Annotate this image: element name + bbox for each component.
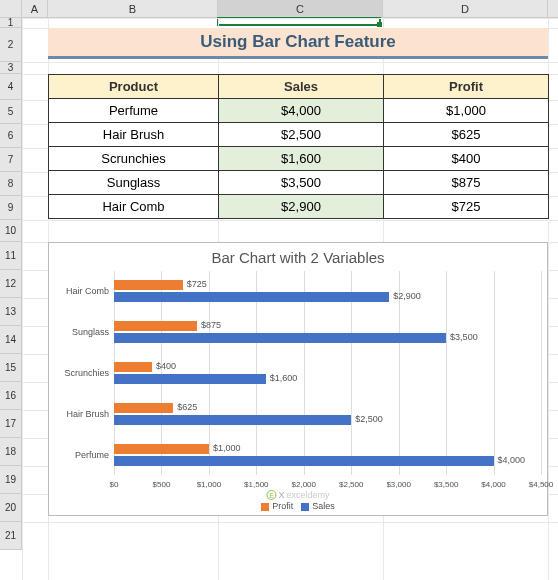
title-text: Using Bar Chart Feature bbox=[200, 32, 396, 52]
bar-label-sales: $1,600 bbox=[270, 373, 298, 383]
watermark-text: exceldemy bbox=[286, 490, 329, 500]
row-header-4[interactable]: 4 bbox=[0, 74, 22, 100]
table-row[interactable]: Hair Brush$2,500$625 bbox=[49, 123, 549, 147]
spreadsheet-grid[interactable]: ABCD 123456789101112131415161718192021 U… bbox=[0, 0, 558, 580]
bar-label-profit: $1,000 bbox=[213, 443, 241, 453]
row-header-7[interactable]: 7 bbox=[0, 148, 22, 172]
table-header-row: Product Sales Profit bbox=[49, 75, 549, 99]
bar-sales[interactable] bbox=[114, 333, 446, 343]
row-header-9[interactable]: 9 bbox=[0, 196, 22, 220]
bar-sales[interactable] bbox=[114, 292, 389, 302]
row-header-17[interactable]: 17 bbox=[0, 410, 22, 438]
cell-profit[interactable]: $725 bbox=[384, 195, 549, 219]
row-header-21[interactable]: 21 bbox=[0, 522, 22, 550]
row-header-6[interactable]: 6 bbox=[0, 124, 22, 148]
watermark: E X exceldemy bbox=[266, 490, 329, 500]
legend-item[interactable]: Sales bbox=[301, 501, 335, 511]
watermark-prefix: X bbox=[278, 490, 284, 500]
category-label: Perfume bbox=[57, 450, 109, 460]
cell-product[interactable]: Hair Brush bbox=[49, 123, 219, 147]
header-profit[interactable]: Profit bbox=[384, 75, 549, 99]
col-header-D[interactable]: D bbox=[383, 0, 548, 17]
cell-profit[interactable]: $1,000 bbox=[384, 99, 549, 123]
cell-product[interactable]: Scrunchies bbox=[49, 147, 219, 171]
watermark-icon: E bbox=[266, 490, 276, 500]
table-row[interactable]: Sunglass$3,500$875 bbox=[49, 171, 549, 195]
chart-legend: ProfitSales bbox=[49, 501, 547, 511]
bar-label-sales: $4,000 bbox=[498, 455, 526, 465]
cell-product[interactable]: Sunglass bbox=[49, 171, 219, 195]
header-sales[interactable]: Sales bbox=[219, 75, 384, 99]
cell-product[interactable]: Hair Comb bbox=[49, 195, 219, 219]
row-header-1[interactable]: 1 bbox=[0, 18, 22, 28]
col-header-A[interactable]: A bbox=[22, 0, 48, 17]
row-header-20[interactable]: 20 bbox=[0, 494, 22, 522]
row-header-16[interactable]: 16 bbox=[0, 382, 22, 410]
cells-area[interactable]: Using Bar Chart Feature Product Sales Pr… bbox=[22, 18, 558, 580]
row-header-8[interactable]: 8 bbox=[0, 172, 22, 196]
x-tick: $1,500 bbox=[244, 480, 268, 489]
row-header-15[interactable]: 15 bbox=[0, 354, 22, 382]
data-table[interactable]: Product Sales Profit Perfume$4,000$1,000… bbox=[48, 74, 549, 219]
bar-label-sales: $3,500 bbox=[450, 332, 478, 342]
category-label: Hair Comb bbox=[57, 286, 109, 296]
cell-profit[interactable]: $400 bbox=[384, 147, 549, 171]
bar-profit[interactable] bbox=[114, 444, 209, 454]
bar-chart[interactable]: Bar Chart with 2 Variables $725$2,900$87… bbox=[48, 242, 548, 516]
x-tick: $500 bbox=[153, 480, 171, 489]
x-tick: $2,500 bbox=[339, 480, 363, 489]
row-header-10[interactable]: 10 bbox=[0, 220, 22, 242]
chart-plot-area: $725$2,900$875$3,500$400$1,600$625$2,500… bbox=[114, 271, 539, 475]
bar-profit[interactable] bbox=[114, 362, 152, 372]
header-product[interactable]: Product bbox=[49, 75, 219, 99]
select-all-corner[interactable] bbox=[0, 0, 22, 17]
category-label: Scrunchies bbox=[57, 368, 109, 378]
bar-profit[interactable] bbox=[114, 403, 173, 413]
cell-sales[interactable]: $2,900 bbox=[219, 195, 384, 219]
row-header-14[interactable]: 14 bbox=[0, 326, 22, 354]
bar-label-profit: $400 bbox=[156, 361, 176, 371]
category-label: Sunglass bbox=[57, 327, 109, 337]
row-header-3[interactable]: 3 bbox=[0, 62, 22, 74]
legend-item[interactable]: Profit bbox=[261, 501, 293, 511]
x-tick: $0 bbox=[110, 480, 119, 489]
bar-label-profit: $725 bbox=[187, 279, 207, 289]
bar-profit[interactable] bbox=[114, 280, 183, 290]
bar-sales[interactable] bbox=[114, 456, 494, 466]
chart-title: Bar Chart with 2 Variables bbox=[49, 249, 547, 266]
cell-sales[interactable]: $4,000 bbox=[219, 99, 384, 123]
cell-profit[interactable]: $625 bbox=[384, 123, 549, 147]
bar-label-profit: $625 bbox=[177, 402, 197, 412]
bar-label-profit: $875 bbox=[201, 320, 221, 330]
table-row[interactable]: Hair Comb$2,900$725 bbox=[49, 195, 549, 219]
cell-sales[interactable]: $2,500 bbox=[219, 123, 384, 147]
table-row[interactable]: Perfume$4,000$1,000 bbox=[49, 99, 549, 123]
bar-sales[interactable] bbox=[114, 374, 266, 384]
x-tick: $1,000 bbox=[197, 480, 221, 489]
col-header-B[interactable]: B bbox=[48, 0, 218, 17]
row-header-2[interactable]: 2 bbox=[0, 28, 22, 62]
bar-label-sales: $2,900 bbox=[393, 291, 421, 301]
row-header-12[interactable]: 12 bbox=[0, 270, 22, 298]
bar-sales[interactable] bbox=[114, 415, 351, 425]
x-tick: $3,500 bbox=[434, 480, 458, 489]
x-tick: $4,500 bbox=[529, 480, 553, 489]
bar-profit[interactable] bbox=[114, 321, 197, 331]
x-tick: $2,000 bbox=[292, 480, 316, 489]
cell-profit[interactable]: $875 bbox=[384, 171, 549, 195]
row-header-11[interactable]: 11 bbox=[0, 242, 22, 270]
title-banner: Using Bar Chart Feature bbox=[48, 28, 548, 59]
row-header-13[interactable]: 13 bbox=[0, 298, 22, 326]
cell-sales[interactable]: $3,500 bbox=[219, 171, 384, 195]
cell-product[interactable]: Perfume bbox=[49, 99, 219, 123]
row-headers: 123456789101112131415161718192021 bbox=[0, 18, 22, 550]
row-header-19[interactable]: 19 bbox=[0, 466, 22, 494]
bar-label-sales: $2,500 bbox=[355, 414, 383, 424]
column-headers: ABCD bbox=[0, 0, 558, 18]
table-body: Perfume$4,000$1,000Hair Brush$2,500$625S… bbox=[49, 99, 549, 219]
col-header-C[interactable]: C bbox=[218, 0, 383, 17]
table-row[interactable]: Scrunchies$1,600$400 bbox=[49, 147, 549, 171]
cell-sales[interactable]: $1,600 bbox=[219, 147, 384, 171]
row-header-18[interactable]: 18 bbox=[0, 438, 22, 466]
row-header-5[interactable]: 5 bbox=[0, 100, 22, 124]
